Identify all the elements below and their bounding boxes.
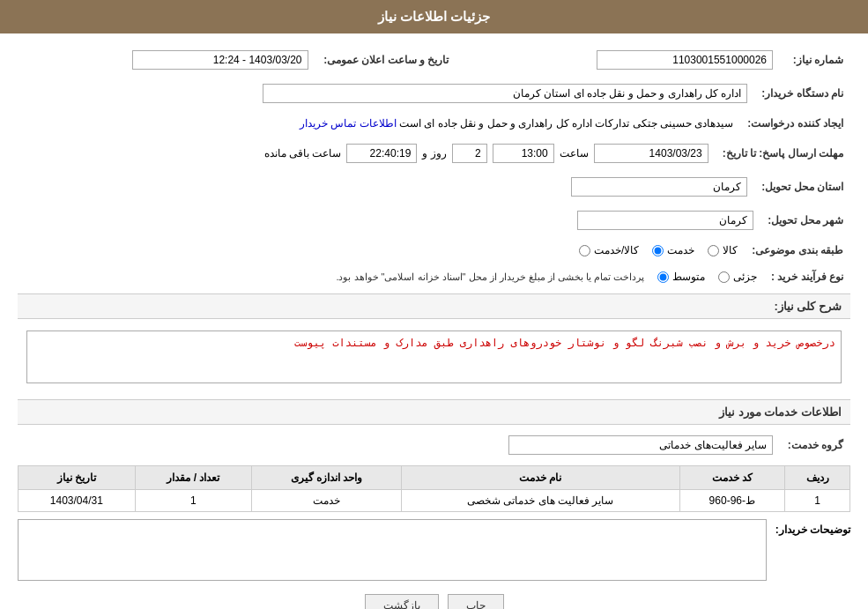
cell-date: 1403/04/31 bbox=[19, 490, 136, 512]
print-button[interactable]: چاپ bbox=[448, 594, 504, 609]
col-name: نام خدمت bbox=[402, 466, 680, 490]
radio-kala[interactable] bbox=[708, 245, 719, 256]
category-options: کالا خدمت کالا/خدمت bbox=[18, 241, 745, 260]
category-khadamat[interactable]: خدمت bbox=[652, 244, 694, 256]
back-button[interactable]: بازگشت bbox=[365, 594, 439, 609]
description-label: شرح کلی نیاز: bbox=[774, 300, 842, 313]
radio-khadamat[interactable] bbox=[652, 245, 664, 256]
province-input[interactable] bbox=[571, 177, 747, 197]
page-title: جزئیات اطلاعات نیاز bbox=[378, 9, 490, 24]
deadline-label: مهلت ارسال پاسخ: تا تاریخ: bbox=[716, 140, 850, 167]
purchase-type-label: نوع فرآیند خرید : bbox=[764, 267, 850, 286]
service-group-value bbox=[18, 432, 780, 458]
requester-contact-link[interactable]: اطلاعات تماس خریدار bbox=[300, 117, 397, 130]
deadline-values: ساعت روز و ساعت باقی مانده bbox=[18, 140, 716, 167]
province-label: استان محل تحویل: bbox=[754, 174, 850, 200]
buyer-notes-label: توضیحات خریدار: bbox=[775, 519, 850, 536]
purchase-type-options: جزئی متوسط پرداخت تمام یا بخشی از مبلغ خ… bbox=[18, 267, 764, 286]
col-row: ردیف bbox=[785, 466, 850, 490]
col-unit: واحد اندازه گیری bbox=[252, 466, 402, 490]
org-label: نام دستگاه خریدار: bbox=[754, 80, 850, 107]
radio-motovasset[interactable] bbox=[657, 271, 669, 283]
col-date: تاریخ نیاز bbox=[19, 466, 136, 490]
province-row: استان محل تحویل: bbox=[18, 174, 850, 200]
khadamat-label: خدمت bbox=[667, 244, 694, 256]
cell-unit: خدمت bbox=[252, 490, 402, 512]
need-number-value bbox=[483, 47, 781, 73]
description-textarea[interactable]: درخصوص خرید و برش و نصب شبرنگ لگو و نوشت… bbox=[26, 330, 842, 383]
service-group-input[interactable] bbox=[508, 435, 773, 455]
cell-code: ط-96-960 bbox=[679, 490, 784, 512]
deadline-row: مهلت ارسال پاسخ: تا تاریخ: ساعت روز و سا… bbox=[18, 140, 850, 167]
page-header: جزئیات اطلاعات نیاز bbox=[0, 0, 868, 33]
cell-qty: 1 bbox=[135, 490, 252, 512]
need-number-label: شماره نیاز: bbox=[780, 47, 850, 73]
motovasset-label: متوسط bbox=[672, 271, 705, 283]
description-container: درخصوص خرید و برش و نصب شبرنگ لگو و نوشت… bbox=[18, 326, 850, 390]
col-code: کد خدمت bbox=[679, 466, 784, 490]
radio-jozii[interactable] bbox=[718, 271, 730, 283]
buyer-notes-section: توضیحات خریدار: bbox=[18, 519, 850, 581]
need-number-row: شماره نیاز: تاریخ و ساعت اعلان عمومی: bbox=[18, 47, 850, 73]
service-group-label: گروه خدمت: bbox=[780, 432, 850, 458]
org-row: نام دستگاه خریدار: bbox=[18, 80, 850, 107]
service-group-row: گروه خدمت: bbox=[18, 432, 850, 458]
requester-value: سیدهادی حسینی جتکی تدارکات اداره کل راهد… bbox=[18, 114, 740, 133]
jozii-label: جزئی bbox=[733, 271, 757, 283]
services-section-label: اطلاعات خدمات مورد نیاز bbox=[719, 405, 842, 419]
radio-kala-khadamat[interactable] bbox=[579, 245, 590, 256]
services-table: ردیف کد خدمت نام خدمت واحد اندازه گیری ت… bbox=[18, 465, 850, 512]
cell-row: 1 bbox=[785, 490, 850, 512]
category-kala[interactable]: کالا bbox=[708, 244, 738, 256]
deadline-remaining-input[interactable] bbox=[346, 144, 417, 163]
purchase-motovasset[interactable]: متوسط bbox=[657, 271, 705, 283]
purchase-jozii[interactable]: جزئی bbox=[718, 271, 757, 283]
requester-row: ایجاد کننده درخواست: سیدهادی حسینی جتکی … bbox=[18, 114, 850, 133]
deadline-time-input[interactable] bbox=[493, 144, 554, 163]
province-value bbox=[18, 174, 754, 200]
city-value bbox=[18, 207, 760, 234]
requester-text: سیدهادی حسینی جتکی تدارکات اداره کل راهد… bbox=[399, 117, 733, 130]
requester-label: ایجاد کننده درخواست: bbox=[740, 114, 850, 133]
purchase-note: پرداخت تمام یا بخشی از مبلغ خریدار از مح… bbox=[336, 271, 644, 283]
city-row: شهر محل تحویل: bbox=[18, 207, 850, 234]
kala-label: کالا bbox=[723, 244, 738, 256]
cell-name: سایر فعالیت های خدماتی شخصی bbox=[402, 490, 680, 512]
announce-input[interactable] bbox=[132, 50, 308, 70]
buyer-notes-textarea[interactable] bbox=[18, 519, 767, 581]
announce-value bbox=[18, 47, 315, 73]
services-section-header: اطلاعات خدمات مورد نیاز bbox=[18, 399, 850, 425]
deadline-days-input[interactable] bbox=[452, 144, 487, 163]
category-label: طبقه بندی موضوعی: bbox=[745, 241, 850, 260]
kala-khadamat-label: کالا/خدمت bbox=[594, 244, 639, 256]
col-qty: تعداد / مقدار bbox=[135, 466, 252, 490]
category-kala-khadamat[interactable]: کالا/خدمت bbox=[579, 244, 639, 256]
category-row: طبقه بندی موضوعی: کالا خدمت کالا/خدمت bbox=[18, 241, 850, 260]
days-label: روز و bbox=[422, 147, 446, 160]
description-section-header: شرح کلی نیاز: bbox=[18, 293, 850, 319]
org-input[interactable] bbox=[263, 84, 747, 103]
city-label: شهر محل تحویل: bbox=[760, 207, 850, 234]
remaining-label: ساعت باقی مانده bbox=[264, 147, 342, 160]
deadline-date-input[interactable] bbox=[594, 144, 708, 163]
org-value bbox=[18, 80, 754, 107]
table-row: 1 ط-96-960 سایر فعالیت های خدماتی شخصی خ… bbox=[19, 490, 850, 512]
need-number-input[interactable] bbox=[597, 50, 773, 70]
announce-label: تاریخ و ساعت اعلان عمومی: bbox=[315, 47, 456, 73]
buttons-container: چاپ بازگشت bbox=[18, 594, 850, 609]
city-input[interactable] bbox=[577, 211, 753, 230]
purchase-type-row: نوع فرآیند خرید : جزئی متوسط پرداخت تمام… bbox=[18, 267, 850, 286]
time-label: ساعت bbox=[560, 147, 589, 160]
